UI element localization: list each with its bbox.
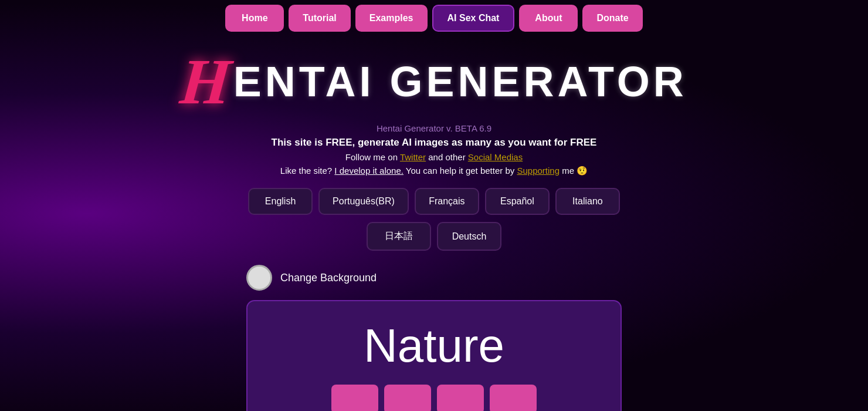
- lang-portuguese[interactable]: Português(BR): [318, 188, 409, 215]
- nature-sub-buttons: [259, 385, 609, 411]
- dev-alone-link[interactable]: I develop it alone.: [334, 166, 404, 176]
- nav-about[interactable]: About: [519, 5, 578, 32]
- follow-middle: and other: [426, 152, 468, 162]
- logo: H ENTAI GENERATOR: [181, 49, 687, 114]
- nature-title: Nature: [259, 319, 609, 373]
- language-section: English Português(BR) Français Español I…: [248, 188, 620, 251]
- lang-french[interactable]: Français: [415, 188, 479, 215]
- nav-home[interactable]: Home: [225, 5, 284, 32]
- logo-h-letter: H: [178, 49, 233, 114]
- version-text: Hentai Generator v. BETA 6.9: [272, 123, 597, 133]
- nature-card: Nature: [246, 300, 622, 411]
- nature-sub-btn-4[interactable]: [490, 385, 537, 411]
- follow-text: Follow me on Twitter and other Social Me…: [272, 152, 597, 162]
- nature-sub-btn-1[interactable]: [331, 385, 378, 411]
- dev-middle: You can help it get better by: [404, 166, 517, 176]
- support-link[interactable]: Supporting: [517, 166, 560, 176]
- nature-sub-btn-3[interactable]: [437, 385, 484, 411]
- lang-japanese[interactable]: 日本語: [367, 222, 431, 251]
- nav-tutorial[interactable]: Tutorial: [289, 5, 350, 32]
- twitter-link[interactable]: Twitter: [400, 152, 426, 162]
- dev-prefix: Like the site?: [280, 166, 335, 176]
- dev-text: Like the site? I develop it alone. You c…: [272, 166, 597, 176]
- navigation: Home Tutorial Examples AI Sex Chat About…: [0, 0, 868, 38]
- lang-english[interactable]: English: [248, 188, 313, 215]
- logo-text: ENTAI GENERATOR: [233, 58, 687, 106]
- nav-examples[interactable]: Examples: [355, 5, 428, 32]
- lang-german[interactable]: Deutsch: [437, 222, 501, 251]
- lang-italian[interactable]: Italiano: [555, 188, 620, 215]
- info-section: Hentai Generator v. BETA 6.9 This site i…: [272, 123, 597, 176]
- dev-suffix: me 🤨: [560, 166, 588, 176]
- lang-row-1: English Português(BR) Français Español I…: [248, 188, 620, 215]
- change-background-toggle[interactable]: [246, 265, 272, 291]
- nature-sub-btn-2[interactable]: [384, 385, 431, 411]
- follow-prefix: Follow me on: [345, 152, 400, 162]
- social-medias-link[interactable]: Social Medias: [468, 152, 523, 162]
- free-text: This site is FREE, generate AI images as…: [272, 137, 597, 149]
- lang-spanish[interactable]: Español: [485, 188, 550, 215]
- nav-ai-sex-chat[interactable]: AI Sex Chat: [432, 5, 515, 32]
- toggle-label: Change Background: [280, 272, 377, 284]
- nav-donate[interactable]: Donate: [582, 5, 642, 32]
- lang-row-2: 日本語 Deutsch: [367, 222, 501, 251]
- main-content: H ENTAI GENERATOR Hentai Generator v. BE…: [0, 38, 868, 411]
- toggle-section: Change Background: [246, 265, 377, 291]
